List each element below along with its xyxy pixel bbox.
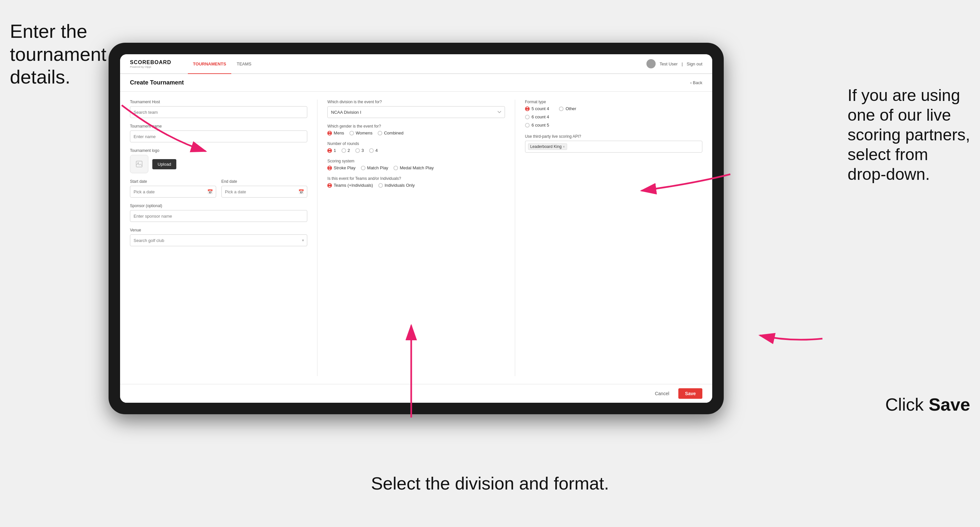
format-6count4[interactable]: 6 count 4 [525, 114, 549, 119]
nav-links: TOURNAMENTS TEAMS [188, 54, 257, 73]
end-date-group: End date 📅 [221, 179, 308, 198]
api-input[interactable]: Leaderboard King × [525, 141, 702, 152]
event-teams[interactable]: Teams (+Individuals) [327, 183, 373, 188]
scoring-match-label: Match Play [367, 165, 388, 170]
end-date-wrapper: 📅 [221, 186, 308, 198]
tournament-name-label: Tournament name [130, 124, 307, 129]
sign-out-link[interactable]: Sign out [687, 62, 702, 67]
event-individuals-label: Individuals Only [385, 183, 415, 188]
tournament-logo-group: Tournament logo Upload [130, 148, 307, 173]
venue-input[interactable] [130, 234, 307, 246]
gender-combined[interactable]: Combined [378, 130, 403, 135]
gender-group: Which gender is the event for? Mens Wome… [327, 124, 504, 135]
scoring-stroke-radio[interactable] [327, 166, 332, 170]
scoring-medal[interactable]: Medal Match Play [393, 165, 434, 170]
date-row: Start date 📅 End date 📅 [130, 179, 307, 203]
rounds-3-radio[interactable] [355, 148, 360, 153]
format-5count4-radio[interactable] [525, 106, 530, 111]
form-area: Tournament Host Tournament name Tourname… [120, 92, 712, 384]
scoring-match[interactable]: Match Play [361, 165, 388, 170]
brand-name: SCOREBOARD [130, 59, 172, 65]
scoring-match-radio[interactable] [361, 166, 366, 170]
format-6count4-radio[interactable] [525, 115, 530, 119]
page-title: Create Tournament [130, 79, 184, 86]
gender-combined-label: Combined [384, 130, 403, 135]
scoring-stroke-label: Stroke Play [334, 165, 355, 170]
scoring-medal-radio[interactable] [393, 166, 398, 170]
api-tag-value: Leaderboard King [530, 144, 562, 149]
tournament-name-input[interactable] [130, 130, 307, 142]
format-6count5-label: 6 count 5 [531, 123, 549, 127]
gender-mens[interactable]: Mens [327, 130, 344, 135]
rounds-3[interactable]: 3 [355, 148, 364, 153]
upload-button[interactable]: Upload [152, 159, 176, 169]
gender-combined-radio[interactable] [378, 131, 382, 135]
gender-womens-radio[interactable] [349, 131, 354, 135]
end-date-label: End date [221, 179, 308, 184]
venue-dropdown-icon: ▾ [302, 238, 304, 243]
rounds-1[interactable]: 1 [327, 148, 336, 153]
start-date-label: Start date [130, 179, 216, 184]
format-other-label: Other [565, 106, 576, 111]
brand: SCOREBOARD Powered by Clippi [130, 59, 172, 68]
calendar-icon-end: 📅 [298, 189, 304, 194]
logo-area: Upload [130, 155, 307, 173]
division-label: Which division is the event for? [327, 100, 504, 104]
tournament-logo-label: Tournament logo [130, 148, 307, 153]
event-individuals-radio[interactable] [378, 183, 383, 188]
right-column: Format type 5 count 4 Other [515, 100, 702, 376]
start-date-wrapper: 📅 [130, 186, 216, 198]
format-6count5-radio[interactable] [525, 123, 530, 127]
start-date-group: Start date 📅 [130, 179, 216, 198]
save-button[interactable]: Save [678, 388, 702, 399]
rounds-4[interactable]: 4 [369, 148, 378, 153]
format-row-1: 5 count 4 Other [525, 106, 702, 111]
rounds-label: Number of rounds [327, 141, 504, 146]
rounds-1-radio[interactable] [327, 148, 332, 153]
tournament-host-input[interactable] [130, 106, 307, 118]
rounds-2-radio[interactable] [342, 148, 346, 153]
format-other[interactable]: Other [559, 106, 576, 111]
gender-mens-label: Mens [334, 130, 344, 135]
event-teams-radio[interactable] [327, 183, 332, 188]
tablet-screen: SCOREBOARD Powered by Clippi TOURNAMENTS… [120, 54, 712, 403]
format-6count5[interactable]: 6 count 5 [525, 123, 549, 127]
format-other-radio[interactable] [559, 106, 563, 111]
gender-womens[interactable]: Womens [349, 130, 372, 135]
middle-column: Which division is the event for? NCAA Di… [317, 100, 515, 376]
navbar-right: Test User | Sign out [646, 59, 702, 68]
rounds-group: Number of rounds 1 2 3 [327, 141, 504, 153]
api-tag-close[interactable]: × [563, 145, 565, 149]
svg-rect-0 [136, 161, 142, 167]
form-footer: Cancel Save [120, 384, 712, 403]
format-row-3: 6 count 5 [525, 123, 702, 127]
tournament-host-group: Tournament Host [130, 100, 307, 118]
tablet-frame: SCOREBOARD Powered by Clippi TOURNAMENTS… [108, 43, 724, 414]
end-date-input[interactable] [221, 186, 308, 198]
gender-mens-radio[interactable] [327, 131, 332, 135]
api-tag-item: Leaderboard King × [528, 143, 567, 150]
api-group: Use third-party live scoring API? Leader… [525, 134, 702, 152]
api-label: Use third-party live scoring API? [525, 134, 702, 139]
back-button[interactable]: ‹ Back [690, 80, 702, 85]
start-date-input[interactable] [130, 186, 216, 198]
rounds-4-radio[interactable] [369, 148, 374, 153]
logo-placeholder [130, 155, 148, 173]
user-name: Test User [660, 62, 678, 67]
left-column: Tournament Host Tournament name Tourname… [130, 100, 317, 376]
event-individuals[interactable]: Individuals Only [378, 183, 415, 188]
nav-teams[interactable]: TEAMS [231, 54, 256, 74]
format-5count4[interactable]: 5 count 4 [525, 106, 549, 111]
division-select[interactable]: NCAA Division I [327, 106, 504, 118]
calendar-icon: 📅 [207, 189, 213, 194]
nav-tournaments[interactable]: TOURNAMENTS [188, 54, 232, 74]
format-options: 5 count 4 Other 6 count 4 [525, 106, 702, 127]
venue-group: Venue ▾ [130, 228, 307, 246]
scoring-stroke[interactable]: Stroke Play [327, 165, 355, 170]
format-type-group: Format type 5 count 4 Other [525, 100, 702, 127]
ct-header: Create Tournament ‹ Back [120, 74, 712, 92]
cancel-button[interactable]: Cancel [650, 388, 675, 399]
navbar: SCOREBOARD Powered by Clippi TOURNAMENTS… [120, 54, 712, 74]
sponsor-input[interactable] [130, 210, 307, 222]
rounds-2[interactable]: 2 [342, 148, 350, 153]
